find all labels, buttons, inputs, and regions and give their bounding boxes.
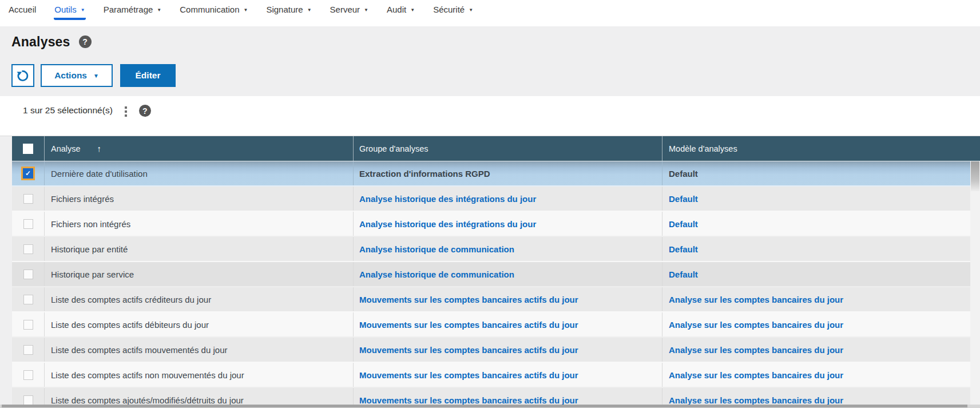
cell-modele-link[interactable]: Analyse sur les comptes bancaires du jou… <box>662 363 970 387</box>
row-checkbox[interactable] <box>23 270 33 279</box>
cell-modele-link[interactable]: Analyse sur les comptes bancaires du jou… <box>662 287 970 311</box>
row-checkbox[interactable] <box>23 345 33 355</box>
nav-item-label: Communication <box>180 5 239 14</box>
edit-button[interactable]: Éditer <box>120 64 176 87</box>
cell-groupe-link[interactable]: Analyse historique des intégrations du j… <box>353 187 662 211</box>
row-checkbox[interactable] <box>23 370 33 380</box>
column-header-analyse[interactable]: Analyse ↑ <box>44 136 353 161</box>
table-row[interactable]: Liste des comptes ajoutés/modifiés/détru… <box>12 388 970 405</box>
cell-modele-link[interactable]: Analyse sur les comptes bancaires du jou… <box>662 312 970 336</box>
column-header-analyse-label: Analyse <box>51 144 81 153</box>
row-checkbox-cell <box>12 363 44 387</box>
nav-item-label: Audit <box>387 5 406 14</box>
table-row[interactable]: Liste des comptes actifs mouvementés du … <box>12 338 970 363</box>
cell-groupe-link[interactable]: Mouvements sur les comptes bancaires act… <box>353 312 662 336</box>
horizontal-scrollbar-thumb[interactable] <box>2 405 967 407</box>
nav-item-communication[interactable]: Communication ▼ <box>179 4 248 20</box>
row-checkbox-checked[interactable]: ✓ <box>21 167 35 180</box>
page-header: Analyses ? <box>11 34 980 50</box>
cell-modele-link[interactable]: Analyse sur les comptes bancaires du jou… <box>662 388 970 405</box>
refresh-button[interactable] <box>11 64 34 87</box>
table-help-icon[interactable]: ? <box>139 105 151 117</box>
column-header-modele[interactable]: Modèle d'analyses <box>662 136 980 161</box>
nav-item-signature[interactable]: Signature ▼ <box>265 4 312 20</box>
chevron-down-icon: ▼ <box>469 8 473 13</box>
cell-analyse: Historique par service <box>44 262 353 286</box>
row-checkbox-cell <box>12 212 44 236</box>
chevron-down-icon: ▼ <box>157 8 161 13</box>
row-checkbox[interactable] <box>23 395 33 405</box>
nav-item-securite[interactable]: Sécurité ▼ <box>433 4 474 20</box>
chevron-down-icon: ▼ <box>243 8 248 13</box>
nav-item-accueil[interactable]: Accueil <box>8 4 37 20</box>
row-checkbox[interactable] <box>23 320 33 330</box>
table-row[interactable]: Liste des comptes actifs débiteurs du jo… <box>12 312 970 338</box>
table-row[interactable]: Liste des comptes actifs créditeurs du j… <box>12 287 970 312</box>
sort-asc-icon: ↑ <box>97 144 102 153</box>
cell-groupe-link[interactable]: Extraction d'informations RGPD <box>353 161 662 185</box>
nav-item-label: Outils <box>54 5 76 14</box>
table-row[interactable]: Liste des comptes actifs non mouvementés… <box>12 363 970 388</box>
row-checkbox[interactable] <box>23 194 33 204</box>
table-row[interactable]: Fichiers non intégrés Analyse historique… <box>12 212 970 237</box>
cell-groupe-link[interactable]: Analyse historique des intégrations du j… <box>353 212 662 236</box>
row-checkbox-cell <box>12 312 44 336</box>
cell-groupe-link[interactable]: Mouvements sur les comptes bancaires act… <box>353 388 662 405</box>
select-all-checkbox[interactable] <box>23 144 33 154</box>
chevron-down-icon: ▼ <box>93 73 99 79</box>
action-bar: Actions ▼ Éditer <box>11 64 980 87</box>
actions-button-label: Actions <box>54 70 87 81</box>
nav-item-parametrage[interactable]: Paramétrage ▼ <box>103 4 162 20</box>
cell-modele-link[interactable]: Analyse sur les comptes bancaires du jou… <box>662 338 970 362</box>
cell-groupe-link[interactable]: Analyse historique de communication <box>353 237 662 261</box>
help-icon[interactable]: ? <box>79 35 92 48</box>
cell-analyse: Liste des comptes ajoutés/modifiés/détru… <box>44 388 353 405</box>
column-header-groupe[interactable]: Groupe d'analyses <box>353 136 662 161</box>
cell-groupe-link[interactable]: Mouvements sur les comptes bancaires act… <box>353 287 662 311</box>
cell-analyse: Liste des comptes actifs mouvementés du … <box>44 338 353 362</box>
row-checkbox[interactable] <box>23 295 33 304</box>
table-row[interactable]: Historique par service Analyse historiqu… <box>12 262 970 287</box>
table-row[interactable]: Fichiers intégrés Analyse historique des… <box>12 187 970 212</box>
cell-modele-link[interactable]: Default <box>662 187 970 211</box>
row-checkbox-cell <box>12 237 44 261</box>
chevron-down-icon: ▼ <box>364 8 368 13</box>
row-checkbox-cell <box>12 338 44 362</box>
nav-item-outils[interactable]: Outils ▼ <box>54 4 85 20</box>
nav-item-label: Serveur <box>330 5 360 14</box>
cell-groupe-link[interactable]: Mouvements sur les comptes bancaires act… <box>353 338 662 362</box>
chevron-down-icon: ▼ <box>307 8 312 13</box>
cell-modele-link[interactable]: Default <box>662 237 970 261</box>
chevron-down-icon: ▼ <box>410 8 415 13</box>
selection-count-text: 1 sur 25 sélectionné(s) <box>23 105 113 116</box>
vertical-scrollbar[interactable] <box>970 161 980 405</box>
table-row[interactable]: Historique par entité Analyse historique… <box>12 237 970 262</box>
nav-item-label: Accueil <box>9 5 36 14</box>
nav-item-serveur[interactable]: Serveur ▼ <box>330 4 369 20</box>
table-row[interactable]: ✓ Dernière date d'utilisation Extraction… <box>12 161 970 187</box>
cell-analyse: Liste des comptes actifs débiteurs du jo… <box>44 312 353 336</box>
cell-analyse: Dernière date d'utilisation <box>44 161 353 185</box>
cell-groupe-link[interactable]: Mouvements sur les comptes bancaires act… <box>353 363 662 387</box>
horizontal-scrollbar[interactable] <box>0 405 980 408</box>
row-checkbox[interactable] <box>23 244 33 254</box>
cell-modele-link[interactable]: Default <box>662 262 970 286</box>
kebab-menu-icon[interactable] <box>125 105 127 117</box>
cell-modele-link[interactable]: Default <box>662 212 970 236</box>
cell-groupe-link[interactable]: Analyse historique de communication <box>353 262 662 286</box>
row-checkbox-cell <box>12 287 44 311</box>
row-checkbox-cell <box>12 262 44 286</box>
vertical-scrollbar-thumb[interactable] <box>971 161 979 191</box>
cell-modele-link[interactable]: Default <box>662 161 970 185</box>
row-checkbox-cell: ✓ <box>12 161 44 185</box>
cell-analyse: Liste des comptes actifs créditeurs du j… <box>44 287 353 311</box>
nav-item-audit[interactable]: Audit ▼ <box>386 4 415 20</box>
select-all-cell <box>12 136 44 161</box>
actions-button[interactable]: Actions ▼ <box>41 64 113 87</box>
chevron-down-icon: ▼ <box>81 8 85 13</box>
check-icon: ✓ <box>25 169 31 177</box>
cell-analyse: Historique par entité <box>44 237 353 261</box>
row-checkbox-cell <box>12 388 44 405</box>
row-checkbox[interactable] <box>23 219 33 229</box>
nav-item-label: Signature <box>266 5 303 14</box>
